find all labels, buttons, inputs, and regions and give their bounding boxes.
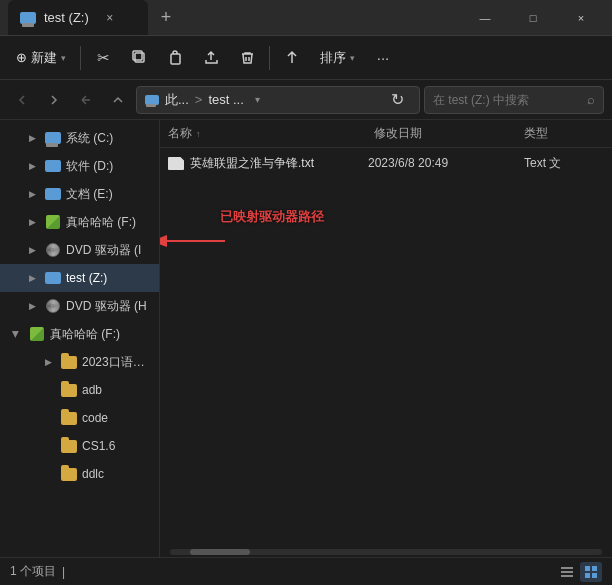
forward-button[interactable]: [40, 86, 68, 114]
tab-close-button[interactable]: ×: [101, 9, 119, 27]
dvd-icon-i: [44, 241, 62, 259]
sidebar-item-dvd-h[interactable]: ▶ DVD 驱动器 (H: [0, 292, 159, 320]
col-name-label: 名称: [168, 125, 192, 142]
sidebar-label-cs16: CS1.6: [82, 439, 151, 453]
drive-breadcrumb-icon: [145, 95, 159, 105]
expand-icon: ▶: [24, 242, 40, 258]
sidebar-label-ddlc: ddlc: [82, 467, 151, 481]
svg-rect-9: [592, 566, 597, 571]
svg-rect-7: [561, 575, 573, 577]
sort-indicator: ↑: [196, 129, 201, 139]
expand-icon: ▶: [24, 298, 40, 314]
sidebar-label-code: code: [82, 411, 151, 425]
sort-button[interactable]: 排序 ▾: [312, 42, 363, 74]
sidebar-item-cs16[interactable]: CS1.6: [0, 432, 159, 460]
cut-button[interactable]: ✂: [87, 42, 119, 74]
search-box[interactable]: ⌕: [424, 86, 604, 114]
sidebar-item-system-c[interactable]: ▶ 系统 (C:): [0, 124, 159, 152]
minecraft-icon-f: [44, 213, 62, 231]
trash-icon: [240, 50, 255, 65]
breadcrumb-current: test ...: [208, 92, 243, 107]
list-view-button[interactable]: [556, 562, 578, 582]
drive-icon-e: [44, 185, 62, 203]
tab-area: test (Z:) × +: [8, 0, 462, 35]
sidebar-label-zhenhaha-f: 真哈哈哈 (F:): [66, 214, 151, 231]
svg-rect-5: [561, 567, 573, 569]
statusbar: 1 个项目 |: [0, 557, 612, 585]
recent-button[interactable]: [72, 86, 100, 114]
sidebar-label-doc-e: 文档 (E:): [66, 186, 151, 203]
sidebar-label-soft-d: 软件 (D:): [66, 158, 151, 175]
sidebar-item-soft-d[interactable]: ▶ 软件 (D:): [0, 152, 159, 180]
drive-icon-z: [44, 269, 62, 287]
new-button[interactable]: ⊕ 新建 ▾: [8, 42, 74, 74]
file-pane: 名称 ↑ 修改日期 类型 英雄联盟之淮与争锋.txt 2023/6/8 20:4…: [160, 120, 612, 557]
refresh-button[interactable]: ↻: [383, 86, 411, 114]
sidebar-item-zhenhaha-f2[interactable]: ▶ 真哈哈哈 (F:): [0, 320, 159, 348]
minimize-button[interactable]: —: [462, 0, 508, 36]
col-type-header[interactable]: 类型: [524, 125, 604, 142]
new-icon: ⊕: [16, 50, 27, 65]
back-button[interactable]: [8, 86, 36, 114]
view-buttons: [556, 562, 602, 582]
up-dir-icon: [112, 94, 124, 106]
annotation: 已映射驱动器路径: [220, 208, 324, 226]
up-icon: [285, 50, 300, 65]
svg-rect-10: [585, 573, 590, 578]
detail-view-button[interactable]: [580, 562, 602, 582]
search-input[interactable]: [433, 93, 581, 107]
sidebar-item-dvd-i[interactable]: ▶ DVD 驱动器 (I: [0, 236, 159, 264]
drive-icon-d: [44, 157, 62, 175]
sidebar-label-zhenhaha-f2: 真哈哈哈 (F:): [50, 326, 151, 343]
file-list: 英雄联盟之淮与争锋.txt 2023/6/8 20:49 Text 文 已映射驱…: [160, 148, 612, 557]
active-tab[interactable]: test (Z:) ×: [8, 0, 148, 35]
delete-button[interactable]: [231, 42, 263, 74]
sidebar-item-code[interactable]: code: [0, 404, 159, 432]
file-icon: [168, 157, 184, 170]
close-button[interactable]: ×: [558, 0, 604, 36]
new-tab-button[interactable]: +: [152, 4, 180, 32]
share-button[interactable]: [195, 42, 227, 74]
sidebar-label-2023: 2023口语无忧: [82, 354, 151, 371]
table-row[interactable]: 英雄联盟之淮与争锋.txt 2023/6/8 20:49 Text 文: [160, 150, 612, 176]
address-dropdown-chevron[interactable]: ▾: [250, 92, 266, 108]
search-icon: ⌕: [587, 92, 595, 107]
sort-chevron: ▾: [350, 53, 355, 63]
sidebar-item-doc-e[interactable]: ▶ 文档 (E:): [0, 180, 159, 208]
sidebar-item-test-z[interactable]: ▶ test (Z:): [0, 264, 159, 292]
up-dir-button[interactable]: [104, 86, 132, 114]
more-button[interactable]: ···: [367, 42, 399, 74]
sidebar-item-ddlc[interactable]: ddlc: [0, 460, 159, 488]
svg-rect-6: [561, 571, 573, 573]
paste-button[interactable]: [159, 42, 191, 74]
col-name-header[interactable]: 名称 ↑: [168, 125, 374, 142]
folder-icon-ddlc: [60, 465, 78, 483]
svg-rect-8: [585, 566, 590, 571]
status-separator: |: [62, 565, 65, 579]
up-button[interactable]: [276, 42, 308, 74]
horizontal-scrollbar[interactable]: [170, 549, 602, 555]
detail-view-icon: [584, 565, 598, 579]
expand-icon: ▶: [24, 158, 40, 174]
expand-icon: ▶: [24, 270, 40, 286]
sidebar-item-zhenhaha-f[interactable]: ▶ 真哈哈哈 (F:): [0, 208, 159, 236]
dvd-icon-h: [44, 297, 62, 315]
file-type: Text 文: [524, 155, 604, 172]
status-count: 1 个项目: [10, 563, 56, 580]
sidebar-item-adb[interactable]: adb: [0, 376, 159, 404]
sidebar-item-2023[interactable]: ▶ 2023口语无忧: [0, 348, 159, 376]
maximize-button[interactable]: □: [510, 0, 556, 36]
col-date-header[interactable]: 修改日期: [374, 125, 524, 142]
main-area: ▶ 系统 (C:) ▶ 软件 (D:) ▶ 文档 (E:) ▶ 真哈哈哈 (F:…: [0, 120, 612, 557]
annotation-arrow: [160, 226, 230, 259]
sidebar-label-dvd-h: DVD 驱动器 (H: [66, 298, 151, 315]
file-date: 2023/6/8 20:49: [368, 156, 518, 170]
drive-icon-c: [44, 129, 62, 147]
copy-button[interactable]: [123, 42, 155, 74]
expand-icon: ▶: [24, 214, 40, 230]
forward-icon: [48, 94, 60, 106]
address-bar[interactable]: 此... > test ... ▾ ↻: [136, 86, 420, 114]
scrollbar-thumb: [190, 549, 250, 555]
paste-icon: [168, 50, 183, 65]
sidebar: ▶ 系统 (C:) ▶ 软件 (D:) ▶ 文档 (E:) ▶ 真哈哈哈 (F:…: [0, 120, 160, 557]
